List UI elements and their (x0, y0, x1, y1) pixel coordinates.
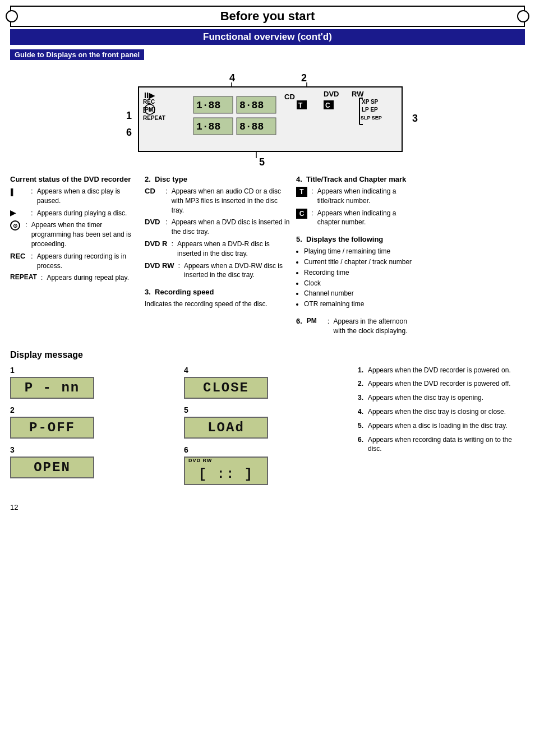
appearance-list-col: Appears when the DVD recorder is powered… (358, 366, 526, 459)
dvdr-symbol: DVD R (145, 239, 167, 248)
play-symbol: ▶ (10, 209, 27, 217)
display-item-4: Clock (304, 279, 419, 288)
pause-symbol: || (10, 187, 27, 196)
rec-symbol: REC (10, 252, 27, 260)
panel-cd-label: CD (284, 93, 295, 101)
panel-svg: 4 2 1 6 3 5 REC [PM] REPEAT II▶ ⊙ 1·88 (94, 66, 441, 169)
guide-label: Guide to Displays on the front panel (10, 49, 525, 66)
displays-following-section: 5. Displays the following Playing time /… (296, 235, 419, 309)
screen-num-6: 6 (184, 445, 352, 454)
disc-cd-row: CD : Appears when an audio CD or a disc … (145, 187, 290, 215)
screen-1-item: 1 P - nn (10, 366, 178, 399)
screen-3-item: 3 OPEN (10, 445, 178, 478)
screen-display-5: LOAd (184, 417, 268, 439)
diagram-num5: 5 (259, 156, 265, 168)
section-subtitle: Functional overview (cont'd) (10, 29, 525, 45)
screen-num-1: 1 (10, 366, 178, 375)
pm-section: 6. PM : Appears in the afternoon with th… (296, 317, 419, 336)
panel-dvd-label: DVD (324, 90, 339, 98)
status-title: Current status of the DVD recorder (10, 175, 139, 183)
status-rec-row: REC : Appears during recording is in pro… (10, 252, 139, 271)
main-content-grid: Current status of the DVD recorder || : … (10, 175, 525, 339)
svg-text:8·88: 8·88 (239, 121, 264, 132)
before-you-start-title: Before you start (220, 9, 315, 23)
col-disc: 2. Disc type CD : Appears when an audio … (145, 175, 290, 339)
dvdrw-symbol: DVD RW (145, 261, 174, 270)
screen-num-2: 2 (10, 405, 178, 414)
screen-6-item: 6 DVD RW [ :: ] (184, 445, 352, 485)
disc-dvd-row: DVD : Appears when a DVD disc is inserte… (145, 218, 290, 237)
panel-c-icon: C (325, 102, 330, 109)
pm-symbol: PM (307, 317, 324, 325)
screen-num-3: 3 (10, 445, 178, 454)
panel-label-repeat: REPEAT (143, 115, 165, 121)
screen-display-1: P - nn (10, 377, 94, 399)
panel-xpsp-label: XP SP (362, 99, 379, 105)
diagram-num6: 6 (126, 127, 132, 138)
displays-list: Playing time / remaining time Current ti… (296, 247, 419, 309)
recording-speed-text: Indicates the recording speed of the dis… (145, 299, 290, 309)
screen-6-wrapper: DVD RW [ :: ] (184, 457, 268, 485)
svg-text:1·88: 1·88 (196, 100, 220, 111)
display-item-1: Playing time / remaining time (304, 247, 419, 256)
screen-display-2: P-OFF (10, 417, 94, 439)
repeat-symbol: REPEAT (10, 273, 37, 281)
title-track-heading: 4. Title/Track and Chapter mark (296, 175, 419, 183)
page-footer: 12 (10, 503, 525, 511)
appear-item-2: Appears when the DVD recorder is powered… (358, 379, 526, 389)
screen-2-item: 2 P-OFF (10, 405, 178, 439)
display-item-2: Current title / chapter / track number (304, 257, 419, 267)
appear-item-6: Appears when recording data is writing o… (358, 435, 526, 454)
functional-overview-label: Functional overview (cont'd) (203, 31, 332, 42)
right-screens: 4 CLOSE 5 LOAd 6 DVD RW [ :: ] (184, 366, 352, 492)
screen-num-5: 5 (184, 405, 352, 414)
panel-t-icon: T (298, 102, 303, 109)
screen-5-item: 5 LOAd (184, 405, 352, 439)
diagram-num4: 4 (229, 72, 235, 84)
title-c-row: C : Appears when indicating a chapter nu… (296, 209, 419, 228)
pm-num: 6. (296, 317, 302, 325)
panel-timer-dot: ⊙ (148, 107, 153, 113)
diagram-num1: 1 (126, 110, 132, 121)
panel-slpsep-label: SLP SEP (361, 115, 382, 121)
display-item-5: Channel number (304, 289, 419, 298)
screen-num-4: 4 (184, 366, 352, 375)
appear-item-4: Appears when the disc tray is closing or… (358, 407, 526, 417)
recording-speed-section: 3. Recording speed Indicates the recordi… (145, 288, 290, 309)
panel-lpep-label: LP EP (362, 107, 378, 113)
display-item-3: Recording time (304, 268, 419, 278)
screen-4-item: 4 CLOSE (184, 366, 352, 399)
dvd-symbol: DVD (145, 218, 162, 226)
display-message-section: Display message 1 P - nn 2 P-OFF 3 OPEN (10, 350, 525, 492)
col-status: Current status of the DVD recorder || : … (10, 175, 139, 339)
status-timer-row: ⊙ : Appears when the timer programming h… (10, 220, 139, 248)
display-item-6: OTR remaining time (304, 299, 419, 309)
display-message-title: Display message (10, 350, 525, 360)
status-repeat-row: REPEAT : Appears during repeat play. (10, 273, 139, 283)
svg-text:1·88: 1·88 (196, 121, 220, 132)
display-message-content: 1 P - nn 2 P-OFF 3 OPEN 4 CLOSE (10, 366, 525, 492)
status-play-row: ▶ : Appears during playing a disc. (10, 209, 139, 218)
appear-item-1: Appears when the DVD recorder is powered… (358, 366, 526, 375)
panel-rw-label: RW (352, 90, 364, 98)
diagram-num3: 3 (412, 113, 418, 124)
title-t-icon: T (296, 187, 307, 197)
disc-dvdr-row: DVD R : Appears when a DVD-R disc is ins… (145, 239, 290, 259)
front-panel-diagram: 4 2 1 6 3 5 REC [PM] REPEAT II▶ ⊙ 1·88 (88, 66, 447, 169)
disc-dvdrw-row: DVD RW : Appears when a DVD-RW disc is i… (145, 261, 290, 280)
appear-item-3: Appears when the disc tray is opening. (358, 393, 526, 403)
diagram-num2: 2 (301, 72, 307, 84)
dvd-rw-overlay: DVD RW (188, 458, 212, 463)
panel-pause-symbol: II▶ (144, 91, 155, 100)
col-title-track: 4. Title/Track and Chapter mark T : Appe… (296, 175, 419, 339)
chapter-c-icon: C (296, 209, 307, 219)
displays-following-title: 5. Displays the following (296, 235, 419, 243)
status-pause-row: || : Appears when a disc play is paused. (10, 187, 139, 206)
appear-item-5: Appears when a disc is loading in the di… (358, 421, 526, 431)
title-t-row: T : Appears when indicating a title/trac… (296, 187, 419, 206)
left-screens: 1 P - nn 2 P-OFF 3 OPEN (10, 366, 178, 485)
cd-symbol: CD (145, 187, 162, 195)
recording-speed-title: 3. Recording speed (145, 288, 290, 296)
svg-text:8·88: 8·88 (239, 100, 264, 111)
timer-icon: ⊙ (10, 220, 20, 231)
